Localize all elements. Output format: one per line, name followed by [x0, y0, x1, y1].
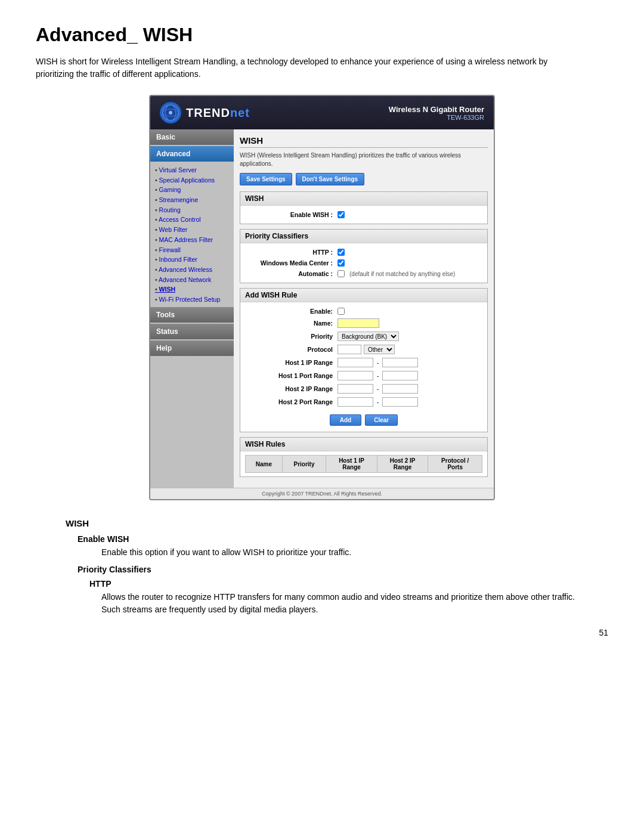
- rule-enable-row: Enable:: [245, 306, 482, 317]
- page-title: Advanced_ WISH: [36, 24, 608, 46]
- save-settings-button[interactable]: Save Settings: [240, 173, 292, 185]
- sidebar-item-inbound-filter[interactable]: Inbound Filter: [155, 255, 229, 265]
- trendnet-logo-icon: [160, 102, 181, 123]
- automatic-row: Automatic : (default if not matched by a…: [245, 268, 482, 279]
- wmc-checkbox[interactable]: [338, 259, 345, 267]
- svg-point-3: [169, 111, 172, 114]
- http-row: HTTP :: [245, 247, 482, 258]
- doc-http-text: Allows the router to recognize HTTP tran…: [101, 591, 578, 616]
- doc-section: WISH Enable WISH Enable this option if y…: [66, 518, 578, 616]
- host1-ip-dash: -: [377, 360, 379, 366]
- sidebar-item-web-filter[interactable]: Web Filter: [155, 225, 229, 235]
- rule-name-input[interactable]: [338, 318, 379, 328]
- action-buttons: Save Settings Don't Save Settings: [240, 173, 488, 185]
- http-value: [338, 249, 345, 256]
- host1-ip-label: Host 1 IP Range: [245, 359, 338, 366]
- enable-wish-checkbox[interactable]: [338, 211, 345, 218]
- sidebar-item-special-apps[interactable]: Special Applications: [155, 175, 229, 185]
- page-number: 51: [36, 628, 608, 637]
- dont-save-button[interactable]: Don't Save Settings: [296, 173, 365, 185]
- wish-section-box: WISH Enable WISH :: [240, 191, 488, 224]
- sidebar-item-wifi-protected[interactable]: Wi-Fi Protected Setup: [155, 295, 229, 305]
- add-wish-rule-title: Add WISH Rule: [240, 289, 487, 302]
- sidebar-item-wish[interactable]: WISH: [155, 284, 229, 295]
- http-checkbox[interactable]: [338, 249, 345, 256]
- host2-ip-dash: -: [377, 386, 379, 392]
- router-logo: TRENDnet: [160, 102, 250, 123]
- host2-port-label: Host 2 Port Range: [245, 398, 338, 405]
- rule-protocol-select[interactable]: Other TCP UDP ICMP: [364, 345, 395, 354]
- doc-enable-wish-heading: Enable WISH: [78, 534, 578, 544]
- sidebar-item-access-control[interactable]: Access Control: [155, 215, 229, 225]
- sidebar-item-routing[interactable]: Routing: [155, 205, 229, 215]
- automatic-label: Automatic :: [245, 270, 338, 277]
- host2-ip-row: Host 2 IP Range -: [245, 382, 482, 395]
- add-rule-button[interactable]: Add: [330, 414, 361, 426]
- col-protocol: Protocol /Ports: [428, 456, 482, 473]
- host1-ip-row: Host 1 IP Range -: [245, 356, 482, 369]
- rule-enable-checkbox[interactable]: [338, 308, 345, 315]
- priority-classifiers-title: Priority Classifiers: [240, 230, 487, 243]
- wish-rules-box: WISH Rules Name Priority Host 1 IPRange …: [240, 437, 488, 477]
- host2-port-start[interactable]: [338, 397, 373, 407]
- rule-priority-value: Background (BK) Best Effort (BE) Video (…: [338, 332, 399, 341]
- host2-port-value: -: [338, 397, 418, 407]
- sidebar-item-gaming[interactable]: Gaming: [155, 185, 229, 195]
- sidebar-item-adv-wireless[interactable]: Advanced Wireless: [155, 265, 229, 275]
- sidebar: Basic Advanced Virtual Server Special Ap…: [150, 129, 234, 488]
- automatic-value: (default if not matched by anything else…: [338, 270, 455, 277]
- sidebar-item-virtual-server[interactable]: Virtual Server: [155, 165, 229, 175]
- http-label: HTTP :: [245, 249, 338, 256]
- sidebar-btn-help[interactable]: Help: [150, 340, 234, 356]
- doc-enable-wish-text: Enable this option if you want to allow …: [101, 546, 578, 559]
- sidebar-btn-tools[interactable]: Tools: [150, 307, 234, 323]
- host2-ip-start[interactable]: [338, 384, 373, 394]
- sidebar-item-firewall[interactable]: Firewall: [155, 245, 229, 255]
- enable-wish-row: Enable WISH :: [245, 209, 482, 220]
- router-body: Basic Advanced Virtual Server Special Ap…: [150, 129, 494, 488]
- doc-priority-classifiers-heading: Priority Classifiers: [78, 565, 578, 574]
- host1-port-row: Host 1 Port Range -: [245, 369, 482, 382]
- host2-ip-end[interactable]: [382, 384, 418, 394]
- host2-port-end[interactable]: [382, 397, 418, 407]
- doc-wish-heading: WISH: [66, 518, 578, 528]
- router-footer: Copyright © 2007 TRENDnet. All Rights Re…: [150, 488, 494, 499]
- host1-ip-start[interactable]: [338, 358, 373, 367]
- sidebar-btn-status[interactable]: Status: [150, 324, 234, 339]
- enable-wish-value: [338, 211, 345, 218]
- clear-rule-button[interactable]: Clear: [365, 414, 398, 426]
- router-model-info: Wireless N Gigabit Router TEW-633GR: [389, 105, 484, 121]
- router-header: TRENDnet Wireless N Gigabit Router TEW-6…: [150, 96, 494, 129]
- auto-hint: (default if not matched by anything else…: [349, 271, 455, 277]
- col-name: Name: [246, 456, 283, 473]
- rule-priority-row: Priority Background (BK) Best Effort (BE…: [245, 330, 482, 343]
- intro-text: WISH is short for Wireless Intelligent S…: [36, 55, 549, 80]
- host1-port-start[interactable]: [338, 371, 373, 380]
- sidebar-item-streamengine[interactable]: Streamengine: [155, 195, 229, 205]
- wmc-value: [338, 259, 345, 267]
- host2-ip-label: Host 2 IP Range: [245, 385, 338, 392]
- sidebar-item-adv-network[interactable]: Advanced Network: [155, 275, 229, 285]
- sidebar-btn-advanced[interactable]: Advanced: [150, 146, 234, 162]
- host1-ip-end[interactable]: [382, 358, 418, 367]
- add-rule-buttons: Add Clear: [245, 412, 482, 428]
- host1-ip-value: -: [338, 358, 418, 367]
- priority-classifiers-content: HTTP : Windows Media Center : Automatic …: [240, 243, 487, 283]
- rule-priority-select[interactable]: Background (BK) Best Effort (BE) Video (…: [338, 332, 399, 341]
- host1-port-end[interactable]: [382, 371, 418, 380]
- sidebar-item-mac-filter[interactable]: MAC Address Filter: [155, 235, 229, 245]
- model-number: TEW-633GR: [389, 114, 484, 121]
- add-wish-rule-content: Enable: Name: Priority: [240, 302, 487, 432]
- doc-http-heading: HTTP: [89, 579, 578, 589]
- rule-protocol-label: Protocol: [245, 346, 338, 353]
- content-description: WISH (Wireless Intelligent Stream Handli…: [240, 151, 488, 168]
- rule-protocol-input[interactable]: [338, 345, 361, 354]
- model-title: Wireless N Gigabit Router: [389, 105, 484, 114]
- wmc-row: Windows Media Center :: [245, 258, 482, 268]
- host1-port-label: Host 1 Port Range: [245, 372, 338, 379]
- wmc-label: Windows Media Center :: [245, 259, 338, 267]
- priority-classifiers-box: Priority Classifiers HTTP : Windows Medi…: [240, 229, 488, 283]
- enable-wish-label: Enable WISH :: [245, 211, 338, 218]
- automatic-checkbox[interactable]: [338, 270, 345, 277]
- sidebar-btn-basic[interactable]: Basic: [150, 129, 234, 145]
